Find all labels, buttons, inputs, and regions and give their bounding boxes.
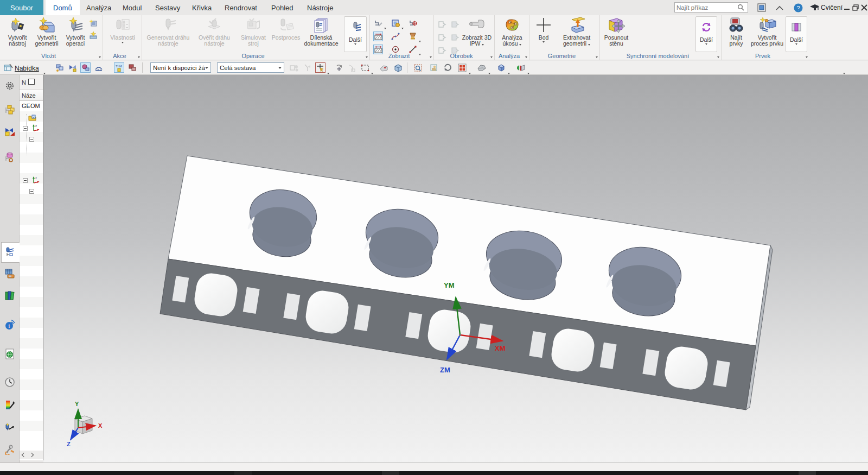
view-orientation-icon[interactable] (496, 62, 506, 73)
constraint-navigator-icon[interactable] (3, 125, 16, 138)
general-selection-icon[interactable] (315, 62, 326, 73)
sync-more-caret[interactable] (705, 43, 707, 45)
edit-toolpath-display-icon[interactable] (373, 18, 383, 28)
reuse-library-icon[interactable] (3, 151, 16, 164)
create-tool-button[interactable]: Vytvořit nástroj (3, 16, 31, 47)
object-display-caret[interactable] (401, 22, 404, 31)
properties-caret[interactable] (122, 42, 124, 43)
history-icon[interactable] (3, 376, 16, 389)
verify-toolpath-button[interactable]: Ověřit dráhu nástroje (192, 16, 237, 47)
select-filter2-icon[interactable] (302, 62, 312, 73)
operace-more-caret[interactable] (354, 43, 356, 45)
immediate-hide-icon[interactable] (127, 62, 137, 73)
process-assistant-icon[interactable] (3, 443, 16, 456)
group-obrobek-dialog-caret[interactable] (490, 56, 493, 58)
select-assembly-icon[interactable] (289, 62, 299, 73)
tile-windows-icon[interactable] (457, 62, 467, 73)
tab-nastroje[interactable]: Nástroje (299, 0, 341, 15)
rotate-icon[interactable] (443, 62, 453, 73)
spline-display-icon[interactable] (391, 31, 400, 41)
unused-items-folder-icon[interactable]: 2 (28, 115, 36, 121)
operation-navigator-icon[interactable] (3, 245, 16, 258)
insert-extra-top-icon[interactable] (88, 18, 98, 28)
selection-scope-combo[interactable]: Celá sestava (217, 62, 284, 73)
graphics-window[interactable]: YM XM ZM Y X Z (43, 75, 868, 463)
os-taskbar[interactable] (0, 471, 868, 475)
prvek-more-caret[interactable] (795, 43, 797, 45)
simulate-machine-button[interactable]: Simulovat stroj (238, 16, 269, 47)
create-geometry-button[interactable]: Vytvořit geometrii (31, 16, 62, 47)
find-features-button[interactable]: Najít prvky (724, 16, 749, 47)
create-operation-button[interactable]: Vytvořit operaci (62, 16, 89, 47)
help-icon[interactable]: ? (793, 3, 803, 12)
properties-button[interactable]: Vlastnosti (107, 16, 138, 43)
collapse-toggle-wp2[interactable] (29, 189, 34, 194)
mcs-mill-1-icon[interactable]: z (30, 124, 40, 132)
search-icon[interactable] (737, 4, 744, 11)
tab-sestavy[interactable]: Sestavy (148, 0, 188, 15)
web-browser-icon[interactable] (3, 347, 16, 360)
render-style-icon[interactable] (476, 62, 487, 73)
move-face-button[interactable]: Posunout stěnu (602, 16, 630, 47)
tab-analyza[interactable]: Analýza (79, 0, 119, 15)
scroll-left-icon[interactable] (22, 453, 26, 457)
collapse-toggle-wp1[interactable] (29, 137, 34, 142)
templates-library-icon[interactable] (3, 289, 16, 302)
group-sync-dialog-caret[interactable] (717, 56, 719, 58)
measure-icon[interactable] (347, 62, 357, 73)
training-cap-icon[interactable] (810, 3, 819, 12)
sync-more-button[interactable]: Další (695, 16, 717, 52)
selection-filter-caret[interactable] (205, 67, 208, 69)
window-close-icon[interactable] (859, 3, 868, 12)
ipw-tool4-icon[interactable] (450, 33, 460, 42)
tab-modul[interactable]: Modul (115, 0, 149, 15)
group-vlozit-dialog-caret[interactable] (99, 56, 101, 58)
tab-domu[interactable]: Domů (46, 0, 80, 15)
command-search[interactable] (674, 2, 748, 12)
menu-label[interactable]: Nabídka (15, 65, 39, 72)
training-label[interactable]: Cvičení (821, 4, 843, 11)
selection-filter-combo[interactable]: Není k dispozici žá (150, 62, 211, 73)
tab-rendrovat[interactable]: Rendrovat (217, 0, 265, 15)
shop-documentation-button[interactable]: Dílenská dokumentace (301, 16, 342, 47)
tool-holder-icon[interactable] (408, 31, 418, 41)
tab-pohled[interactable]: Pohled (264, 0, 301, 15)
object-display-icon[interactable] (391, 18, 400, 28)
group-geometrie-dialog-caret[interactable] (596, 56, 598, 58)
group-akce-dialog-caret[interactable] (138, 56, 140, 58)
constraints-icon[interactable] (67, 62, 78, 73)
rotate-view-mode-icon[interactable] (334, 62, 344, 73)
tab-soubor[interactable]: Soubor (0, 0, 43, 15)
extract-geometry-caret[interactable] (588, 44, 590, 46)
clip-section-icon[interactable] (515, 62, 526, 73)
draft-analysis-caret[interactable] (519, 44, 521, 46)
navigator-column-header[interactable]: Náze (20, 90, 43, 101)
draft-analysis-button[interactable]: Analýza úkosu (497, 16, 527, 47)
resource-bar-options-icon[interactable] (3, 79, 16, 92)
shaded-part1-icon[interactable] (379, 62, 389, 73)
snap-point-icon[interactable] (93, 62, 104, 73)
collapse-toggle-mcs1[interactable] (23, 126, 28, 131)
group-zobrazit-dialog-caret[interactable] (430, 56, 432, 58)
fullscreen-icon[interactable] (757, 3, 767, 12)
postprocess-button[interactable]: Postproces (270, 16, 302, 41)
menu-icon[interactable] (3, 62, 14, 73)
scroll-right-icon[interactable] (29, 453, 34, 457)
assembly-load-icon[interactable] (54, 62, 65, 73)
pan-icon[interactable] (429, 62, 439, 73)
edit-toolpath-display-caret[interactable] (384, 22, 386, 31)
group-operace-dialog-caret[interactable] (366, 56, 368, 58)
group-analyza-dialog-caret[interactable] (525, 56, 527, 58)
marquee-select-icon[interactable] (360, 62, 370, 73)
toolpath-target-icon[interactable] (408, 18, 418, 28)
collapse-toggle-mcs2[interactable] (23, 178, 28, 183)
operace-more-button[interactable]: Další (344, 16, 367, 52)
ipw-tool1-icon[interactable] (437, 20, 447, 29)
machine-tool-navigator-icon[interactable] (3, 267, 16, 280)
tab-krivka[interactable]: Křivka (184, 0, 219, 15)
prvek-more-button[interactable]: Další (786, 16, 807, 52)
internet-info-icon[interactable]: i (3, 318, 16, 331)
mcs-mill-2-icon[interactable]: z (30, 176, 40, 185)
tool-holder-caret[interactable] (419, 35, 421, 45)
wcs-dynamics-icon[interactable] (80, 62, 91, 73)
